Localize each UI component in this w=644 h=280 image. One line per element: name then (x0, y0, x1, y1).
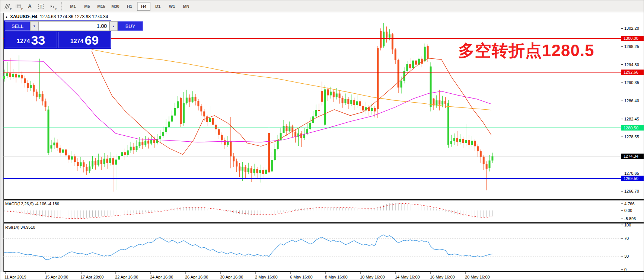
svg-text:1280.50: 1280.50 (624, 126, 638, 130)
rsi-label: RSI(14) 34.9510 (5, 225, 35, 229)
svg-text:1266.70: 1266.70 (624, 189, 639, 193)
svg-text:1282.45: 1282.45 (624, 117, 639, 121)
sell-quote[interactable]: 1274 33 (5, 32, 57, 48)
svg-text:1300.00: 1300.00 (624, 36, 638, 41)
svg-text:14 May 16:00: 14 May 16:00 (395, 275, 420, 279)
svg-text:1270.65: 1270.65 (624, 171, 639, 176)
svg-text:15 Apr 20:00: 15 Apr 20:00 (45, 275, 68, 279)
buy-button[interactable]: BUY (118, 21, 143, 31)
svg-text:24 Apr 16:00: 24 Apr 16:00 (150, 275, 173, 279)
volume-increment-button[interactable]: ▴ (109, 21, 118, 31)
svg-text:26 Apr 16:00: 26 Apr 16:00 (185, 275, 208, 279)
svg-text:0.00: 0.00 (624, 208, 632, 213)
svg-text:20 May 16:00: 20 May 16:00 (465, 275, 490, 279)
symbol-label: XAUUSD-,H4 (10, 14, 37, 19)
svg-text:1290.35: 1290.35 (624, 80, 639, 85)
svg-text:0: 0 (624, 267, 627, 272)
svg-text:1286.40: 1286.40 (624, 99, 639, 103)
svg-text:4.766: 4.766 (624, 202, 635, 206)
sell-price-small: 1274 (17, 36, 30, 47)
svg-text:1278.55: 1278.55 (624, 135, 639, 139)
svg-text:8 May 16:00: 8 May 16:00 (325, 275, 348, 279)
svg-text:10 May 16:00: 10 May 16:00 (360, 275, 385, 279)
volume-input[interactable] (38, 21, 109, 31)
sell-button[interactable]: SELL (5, 21, 30, 31)
sell-price-big: 33 (31, 33, 45, 47)
trading-app-window: E F A T ▾ M1M5M15M30H1H4D1W1MN 1300.0012… (0, 0, 644, 280)
svg-text:17 Apr 20:00: 17 Apr 20:00 (80, 275, 103, 279)
svg-text:1294.30: 1294.30 (624, 62, 639, 67)
svg-text:30 Apr 16:00: 30 Apr 16:00 (220, 275, 243, 279)
svg-text:1298.25: 1298.25 (624, 44, 639, 49)
volume-decrement-button[interactable]: ▾ (30, 21, 38, 31)
svg-text:16 May 16:00: 16 May 16:00 (430, 275, 455, 279)
buy-quote[interactable]: 1274 69 (58, 32, 111, 48)
svg-text:6 May 16:00: 6 May 16:00 (290, 275, 313, 279)
buy-price-big: 69 (85, 33, 99, 47)
svg-text:-5.896: -5.896 (624, 216, 636, 221)
svg-text:1302.20: 1302.20 (624, 26, 639, 30)
svg-text:11 Apr 2019: 11 Apr 2019 (4, 275, 26, 279)
macd-label: MACD(12,26,9) -4.106 -4.186 (5, 202, 59, 206)
svg-text:1269.50: 1269.50 (624, 176, 638, 181)
svg-text:1274.34: 1274.34 (624, 154, 638, 158)
svg-text:70: 70 (624, 236, 629, 241)
svg-text:100: 100 (624, 223, 631, 227)
one-click-trade-panel: SELL ▾ ▴ BUY 1274 33 1274 69 (4, 20, 111, 49)
buy-price-small: 1274 (70, 36, 84, 47)
ohlc-readout: 1274.63 1274.86 1273.98 1274.34 (40, 14, 108, 19)
svg-text:1292.66: 1292.66 (624, 70, 638, 74)
svg-text:30: 30 (624, 254, 629, 258)
chart-title: ▲XAUUSD-,H4 1274.63 1274.86 1273.98 1274… (5, 14, 108, 19)
svg-text:2 May 16:00: 2 May 16:00 (255, 275, 278, 279)
chinese-annotation-text: 多空转折点1280.5 (458, 40, 594, 62)
collapse-triangle-icon: ▲ (5, 15, 8, 19)
svg-text:22 Apr 16:00: 22 Apr 16:00 (115, 275, 138, 279)
